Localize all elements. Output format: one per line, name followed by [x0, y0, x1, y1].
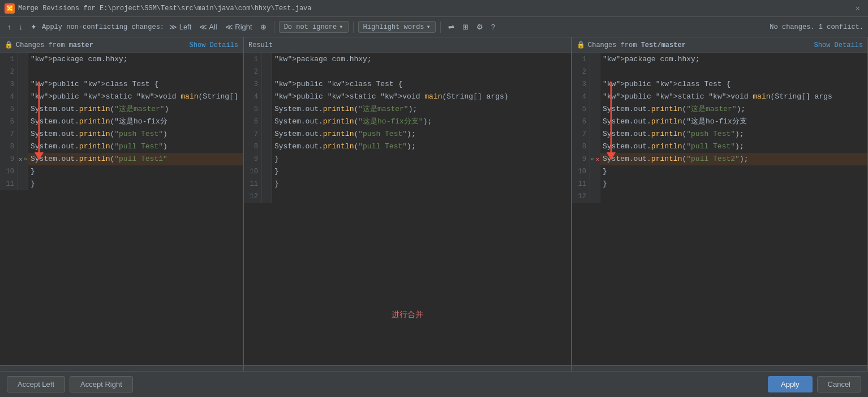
cancel-button[interactable]: Cancel	[817, 376, 861, 392]
center-editor-panel: 1"kw">package com.hhxy;2 3"kw">public "k…	[243, 53, 571, 371]
highlight-dropdown[interactable]: Highlight words ▾	[358, 21, 436, 33]
table-row: 4 "kw">public "kw">static "kw">void main…	[572, 91, 867, 103]
line-marker	[262, 140, 272, 153]
apply-right-button[interactable]: ≪ Right	[222, 22, 255, 32]
line-content: System.out.println("这是master")	[28, 103, 243, 116]
line-marker	[262, 91, 272, 103]
line-number: 4	[572, 91, 590, 103]
line-content: System.out.println("push Test");	[600, 128, 867, 140]
line-content: }	[600, 178, 867, 190]
line-content: "kw">public "kw">class Test {	[600, 78, 867, 91]
line-marker	[262, 66, 272, 78]
line-content: System.out.println("这是master");	[600, 103, 867, 116]
table-row: 3"kw">public "kw">class Test {	[572, 78, 867, 91]
table-row: 11 }	[572, 178, 867, 190]
line-marker	[18, 116, 28, 128]
right-panel-header: 🔒 Changes from Test/master Show Details	[571, 37, 868, 53]
line-marker	[18, 140, 28, 153]
apply-button[interactable]: Apply	[768, 376, 813, 392]
line-content: System.out.println("pull Test2");	[600, 153, 867, 165]
right-code-area[interactable]: 1"kw">package com.hhxy;2 3"kw">public "k…	[572, 53, 867, 365]
line-marker	[590, 116, 600, 128]
right-editor-panel: 1"kw">package com.hhxy;2 3"kw">public "k…	[571, 53, 868, 371]
line-number: 8	[0, 140, 18, 153]
table-row: 7 System.out.println("push Test")	[0, 128, 243, 140]
line-content: }	[272, 153, 571, 165]
help-button[interactable]: ?	[488, 22, 498, 32]
panels-wrapper: 🔒 Changes from master Show Details Resul…	[0, 37, 868, 371]
magic-wand-button[interactable]: ✦	[28, 22, 40, 32]
table-row: 10 }	[572, 165, 867, 178]
line-marker	[590, 140, 600, 153]
left-panel-header: 🔒 Changes from master Show Details	[0, 37, 243, 53]
accept-left-icon[interactable]: »	[23, 156, 28, 163]
apply-all-button[interactable]: ≪ All	[196, 22, 220, 32]
line-content: System.out.println("pull Test")	[28, 140, 243, 153]
app-icon: 🔀	[5, 3, 15, 14]
table-row: 11}	[244, 178, 571, 190]
separator-2	[353, 22, 354, 33]
center-annotation: 进行合并	[387, 306, 428, 324]
line-number: 3	[572, 78, 590, 91]
append-button[interactable]: ⊕	[257, 22, 269, 32]
prev-conflict-button[interactable]: ↑	[5, 22, 14, 32]
line-number: 10	[572, 165, 590, 178]
line-marker	[590, 103, 600, 116]
equalizer-button[interactable]: ⇌	[445, 22, 457, 32]
right-branch-name: Test/master	[641, 41, 686, 49]
line-content: System.out.println("这是master");	[272, 103, 571, 116]
left-scrollbar[interactable]	[0, 365, 243, 371]
line-content	[600, 190, 867, 203]
line-content: "kw">package com.hhxy;	[600, 53, 867, 66]
ignore-dropdown[interactable]: Do not ignore ▾	[279, 21, 349, 33]
table-row: 1"kw">package com.hhxy;	[572, 53, 867, 66]
line-content: }	[28, 165, 243, 178]
table-row: 2	[572, 66, 867, 78]
accept-left-button[interactable]: Accept Left	[7, 376, 65, 392]
line-marker	[590, 165, 600, 178]
left-show-details[interactable]: Show Details	[190, 41, 238, 49]
accept-right-button[interactable]: Accept Right	[70, 376, 133, 392]
table-row: 8 System.out.println("pull Test");	[244, 140, 571, 153]
accept-right-icon[interactable]: «	[590, 156, 595, 163]
line-marker: «✕	[590, 153, 600, 165]
line-content	[272, 66, 571, 78]
table-row: 1"kw">package com.hhxy;	[244, 53, 571, 66]
left-lock-icon: 🔒	[5, 41, 13, 49]
line-number: 9	[244, 153, 262, 165]
line-number: 6	[244, 116, 262, 128]
table-row: 9«✕ System.out.println("pull Test2");	[572, 153, 867, 165]
left-code-area[interactable]: 1"kw">package com.hhxy;2 3"kw">public "k…	[0, 53, 243, 365]
close-button[interactable]: ✕	[852, 2, 863, 14]
line-marker	[262, 190, 272, 203]
columns-button[interactable]: ⊞	[459, 22, 471, 32]
line-number: 8	[572, 140, 590, 153]
line-marker	[590, 66, 600, 78]
line-number: 6	[0, 116, 18, 128]
line-marker	[18, 128, 28, 140]
reject-right-icon[interactable]: ✕	[595, 155, 600, 164]
line-content: System.out.println("这是ho-fix分支	[600, 116, 867, 128]
next-conflict-button[interactable]: ↓	[16, 22, 26, 32]
center-scrollbar[interactable]	[244, 365, 571, 371]
table-row: 5 System.out.println("这是master");	[244, 103, 571, 116]
table-row: 12	[572, 190, 867, 203]
table-row: 12	[244, 190, 571, 203]
separator-1	[274, 22, 274, 33]
table-row: 4 "kw">public "kw">static "kw">void main…	[0, 91, 243, 103]
result-label: Result	[248, 41, 273, 49]
table-row: 8 System.out.println("pull Test")	[0, 140, 243, 153]
settings-button[interactable]: ⚙	[474, 22, 486, 32]
table-row: 6 System.out.println("这是ho-fix分支	[572, 116, 867, 128]
line-number: 9	[0, 153, 18, 165]
right-show-details[interactable]: Show Details	[814, 41, 863, 49]
apply-left-button[interactable]: ≫ Left	[166, 22, 194, 32]
line-marker	[590, 53, 600, 66]
reject-left-icon[interactable]: ✕	[18, 155, 23, 164]
center-code-area[interactable]: 1"kw">package com.hhxy;2 3"kw">public "k…	[244, 53, 571, 365]
line-number: 2	[0, 66, 18, 78]
line-number: 12	[572, 190, 590, 203]
right-scrollbar[interactable]	[572, 365, 867, 371]
table-row: 6 System.out.println("这是ho-fix分	[0, 116, 243, 128]
table-row: 5 System.out.println("这是master");	[572, 103, 867, 116]
